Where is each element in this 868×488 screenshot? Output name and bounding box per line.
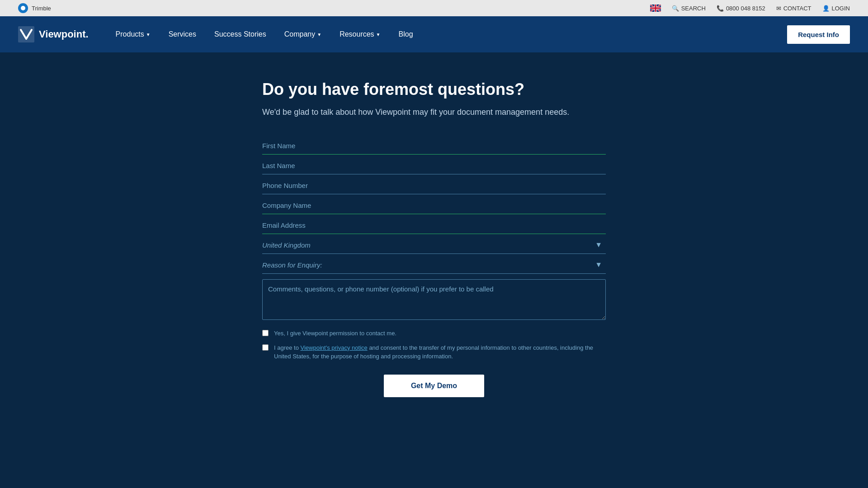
nav-company[interactable]: Company ▼ [275,16,330,52]
nav-logo[interactable]: Viewpoint. [18,26,89,42]
phone-input[interactable] [262,176,606,194]
top-bar-brand: Trimble [18,3,51,13]
svg-point-0 [21,6,25,10]
phone-icon: 📞 [717,5,724,12]
privacy-text-before: I agree to [274,344,301,351]
privacy-checkbox[interactable] [262,344,269,351]
resources-chevron-icon: ▼ [376,32,381,37]
privacy-notice-link[interactable]: Viewpoint's privacy notice [301,344,368,351]
permission-checkbox[interactable] [262,330,269,336]
form-subtitle: We'd be glad to talk about how Viewpoint… [262,106,606,118]
nav-products[interactable]: Products ▼ [107,16,160,52]
first-name-input[interactable] [262,136,606,155]
company-chevron-icon: ▼ [317,32,321,37]
email-input[interactable] [262,216,606,234]
permission-checkbox-row: Yes, I give Viewpoint permission to cont… [262,329,606,338]
search-label: SEARCH [681,5,706,12]
first-name-field [262,136,606,155]
checkbox-group: Yes, I give Viewpoint permission to cont… [262,329,606,361]
email-field [262,216,606,234]
privacy-checkbox-row: I agree to Viewpoint's privacy notice an… [262,343,606,361]
form-title: Do you have foremost questions? [262,80,606,99]
login-label: LOGIN [832,5,850,12]
nav-success-stories[interactable]: Success Stories [205,16,275,52]
search-link[interactable]: 🔍 SEARCH [672,5,706,12]
trimble-icon [18,3,28,13]
comments-field [262,276,606,322]
permission-label: Yes, I give Viewpoint permission to cont… [274,329,396,338]
viewpoint-v-icon [18,26,34,42]
nav-blog[interactable]: Blog [390,16,422,52]
svg-rect-2 [18,26,34,42]
contact-form-container: Do you have foremost questions? We'd be … [262,80,606,452]
login-link[interactable]: 👤 LOGIN [822,5,850,12]
enquiry-select-wrapper: Reason for Enquiry: Request a Demo Prici… [262,256,606,274]
contact-icon: ✉ [776,5,781,12]
search-icon: 🔍 [672,5,679,12]
nav-logo-text: Viewpoint. [39,28,89,40]
contact-label: CONTACT [783,5,811,12]
country-select-wrapper: United Kingdom United States Australia C… [262,236,606,254]
main-content: Do you have foremost questions? We'd be … [0,52,868,488]
submit-button[interactable]: Get My Demo [384,375,484,397]
last-name-input[interactable] [262,156,606,174]
request-info-button[interactable]: Request Info [787,25,850,44]
contact-link[interactable]: ✉ CONTACT [776,5,811,12]
phone-number: 0800 048 8152 [726,5,765,12]
nav-services[interactable]: Services [160,16,205,52]
flag-uk-icon[interactable] [650,5,661,12]
company-input[interactable] [262,196,606,214]
last-name-field [262,156,606,174]
top-bar: Trimble 🔍 SEARCH 📞 0800 048 8152 ✉ CONTA… [0,0,868,16]
privacy-label: I agree to Viewpoint's privacy notice an… [274,343,606,361]
company-field [262,196,606,214]
country-select[interactable]: United Kingdom United States Australia C… [262,236,606,254]
trimble-logo-text: Trimble [32,5,51,12]
contact-form: United Kingdom United States Australia C… [262,136,606,397]
comments-textarea[interactable] [262,279,606,320]
nav-resources[interactable]: Resources ▼ [330,16,389,52]
top-bar-actions: 🔍 SEARCH 📞 0800 048 8152 ✉ CONTACT 👤 LOG… [650,5,850,12]
phone-link[interactable]: 📞 0800 048 8152 [717,5,765,12]
main-nav: Viewpoint. Products ▼ Services Success S… [0,16,868,52]
products-chevron-icon: ▼ [146,32,151,37]
enquiry-select[interactable]: Reason for Enquiry: Request a Demo Prici… [262,256,606,274]
phone-field [262,176,606,194]
nav-items: Products ▼ Services Success Stories Comp… [107,16,788,52]
login-icon: 👤 [822,5,830,12]
